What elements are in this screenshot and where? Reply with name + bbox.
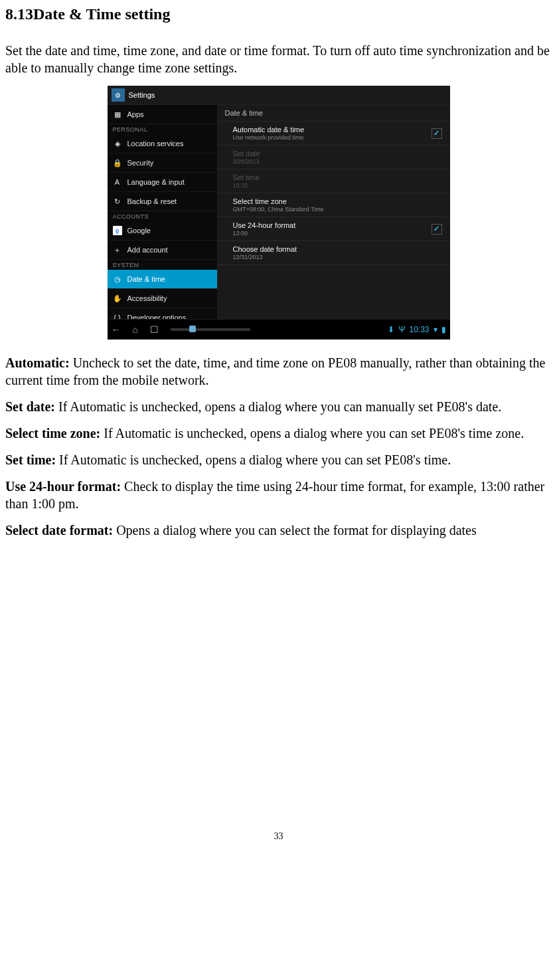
- row-sub: 13:00: [233, 230, 296, 237]
- intro-paragraph: Set the date and time, time zone, and da…: [5, 42, 552, 76]
- keyboard-icon: A: [113, 177, 122, 187]
- row-sub: Use network-provided time: [233, 134, 305, 141]
- row-choose-date-format[interactable]: Choose date format 12/31/2013: [217, 241, 450, 265]
- sidebar-section-personal: PERSONAL: [108, 124, 217, 134]
- bold-label: Select date format:: [5, 523, 113, 538]
- sidebar-label: Google: [127, 227, 151, 235]
- android-navbar: ← ⌂ ☐ ⬇ Ψ 10:33 ▾ ▮: [108, 319, 450, 340]
- clock-icon: ◷: [113, 274, 122, 284]
- row-set-date: Set date 3/28/2013: [217, 146, 450, 169]
- sidebar-label: Language & input: [127, 178, 185, 186]
- home-icon[interactable]: ⌂: [133, 324, 138, 335]
- settings-icon: ⚙: [112, 88, 125, 102]
- row-title: Use 24-hour format: [233, 221, 296, 229]
- sidebar-item-location[interactable]: ◈ Location services: [108, 134, 217, 153]
- battery-icon: ▮: [441, 325, 446, 334]
- checkbox-checked-icon[interactable]: ✓: [432, 128, 442, 139]
- sidebar-item-apps[interactable]: ▦ Apps: [108, 105, 217, 124]
- row-select-timezone[interactable]: Select time zone GMT+08:00, China Standa…: [217, 193, 450, 217]
- sidebar-section-system: SYSTEM: [108, 260, 217, 270]
- download-icon: ⬇: [388, 325, 394, 334]
- checkbox-checked-icon[interactable]: ✓: [432, 224, 442, 235]
- row-24-hour-format[interactable]: Use 24-hour format 13:00 ✓: [217, 217, 450, 241]
- sidebar-label: Apps: [127, 110, 144, 118]
- row-automatic-date-time[interactable]: Automatic date & time Use network-provid…: [217, 122, 450, 146]
- paragraph-text: Uncheck to set the date, time, and time …: [5, 355, 545, 387]
- row-title: Set time: [233, 173, 260, 181]
- row-title: Choose date format: [233, 245, 297, 253]
- paragraph-select-timezone: Select time zone: If Automatic is unchec…: [5, 425, 552, 442]
- settings-sidebar: ▦ Apps PERSONAL ◈ Location services 🔒 Se…: [108, 105, 217, 319]
- settings-detail-pane: Date & time Automatic date & time Use ne…: [217, 105, 450, 319]
- bold-label: Set date:: [5, 399, 55, 414]
- plus-icon: ＋: [113, 245, 122, 254]
- sidebar-label: Security: [127, 159, 154, 167]
- sidebar-item-datetime[interactable]: ◷ Date & time: [108, 270, 217, 289]
- paragraph-date-format: Select date format: Opens a dialog where…: [5, 522, 552, 539]
- back-icon[interactable]: ←: [112, 324, 121, 335]
- row-title: Automatic date & time: [233, 126, 305, 134]
- paragraph-automatic: Automatic: Uncheck to set the date, time…: [5, 354, 552, 389]
- sidebar-item-language[interactable]: A Language & input: [108, 173, 217, 192]
- lock-icon: 🔒: [113, 158, 122, 167]
- paragraph-text: If Automatic is unchecked, opens a dialo…: [56, 452, 451, 467]
- sidebar-label: Add account: [127, 246, 168, 254]
- sidebar-item-backup[interactable]: ↻ Backup & reset: [108, 192, 217, 211]
- sidebar-item-accessibility[interactable]: ✋ Accessibility: [108, 289, 217, 308]
- bold-label: Select time zone:: [5, 426, 100, 441]
- bold-label: Use 24-hour format:: [5, 479, 121, 494]
- screenshot-figure: ⚙ Settings ▦ Apps PERSONAL ◈ Location se…: [5, 86, 552, 340]
- row-title: Set date: [233, 149, 260, 157]
- usb-icon: Ψ: [398, 325, 405, 334]
- sidebar-item-security[interactable]: 🔒 Security: [108, 153, 217, 173]
- detail-title: Date & time: [217, 105, 450, 122]
- recents-icon[interactable]: ☐: [150, 324, 159, 335]
- row-sub: 3/28/2013: [233, 158, 260, 165]
- row-sub: GMT+08:00, China Standard Time: [233, 206, 324, 213]
- braces-icon: { }: [113, 313, 122, 319]
- status-time: 10:33: [409, 325, 429, 334]
- sidebar-item-developer[interactable]: { } Developer options: [108, 308, 217, 319]
- sidebar-label: Date & time: [127, 275, 165, 283]
- settings-header: ⚙ Settings: [108, 86, 450, 105]
- paragraph-text: Opens a dialog where you can select the …: [113, 523, 477, 538]
- sidebar-label: Location services: [127, 140, 184, 147]
- sidebar-label: Developer options: [127, 314, 187, 319]
- location-icon: ◈: [113, 139, 122, 148]
- row-sub: 12/31/2013: [233, 254, 297, 260]
- hand-icon: ✋: [113, 294, 122, 303]
- page-number: 33: [5, 831, 552, 842]
- paragraph-set-time: Set time: If Automatic is unchecked, ope…: [5, 451, 552, 468]
- settings-title: Settings: [129, 91, 155, 99]
- backup-icon: ↻: [113, 197, 122, 206]
- sidebar-section-accounts: ACCOUNTS: [108, 211, 217, 221]
- row-title: Select time zone: [233, 197, 324, 205]
- paragraph-24-hour: Use 24-hour format: Check to display the…: [5, 478, 552, 512]
- row-set-time: Set time 10:33: [217, 169, 450, 193]
- paragraph-text: If Automatic is unchecked, opens a dialo…: [100, 426, 524, 441]
- sidebar-item-google[interactable]: g Google: [108, 221, 217, 241]
- bold-label: Automatic:: [5, 355, 70, 370]
- google-icon: g: [113, 226, 122, 235]
- section-heading: 8.13Date & Time setting: [5, 5, 552, 23]
- paragraph-set-date: Set date: If Automatic is unchecked, ope…: [5, 398, 552, 415]
- bold-label: Set time:: [5, 452, 56, 467]
- paragraph-text: If Automatic is unchecked, opens a dialo…: [55, 399, 501, 414]
- wifi-icon: ▾: [434, 325, 438, 334]
- sidebar-label: Backup & reset: [127, 197, 177, 205]
- row-sub: 10:33: [233, 182, 260, 189]
- sidebar-label: Accessibility: [127, 294, 167, 302]
- android-settings-screenshot: ⚙ Settings ▦ Apps PERSONAL ◈ Location se…: [108, 86, 450, 340]
- apps-icon: ▦: [113, 110, 122, 119]
- volume-slider[interactable]: [171, 328, 250, 331]
- sidebar-item-add-account[interactable]: ＋ Add account: [108, 241, 217, 260]
